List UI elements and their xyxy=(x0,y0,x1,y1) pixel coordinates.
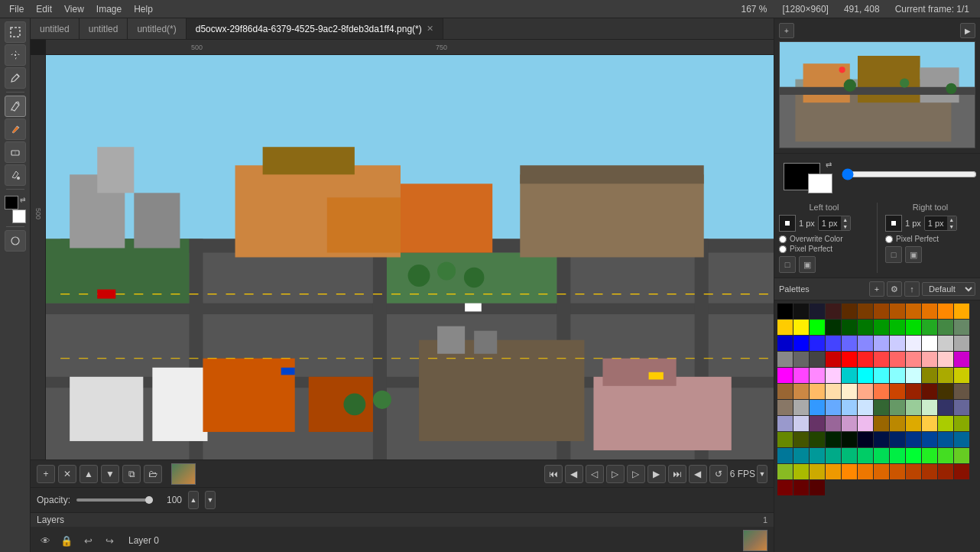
color-cell[interactable] xyxy=(793,464,809,479)
color-cell[interactable] xyxy=(793,448,809,463)
color-cell[interactable] xyxy=(793,400,809,415)
color-cell[interactable] xyxy=(938,352,953,367)
color-cell[interactable] xyxy=(793,416,809,431)
color-cell[interactable] xyxy=(858,352,873,367)
color-cell[interactable] xyxy=(858,432,873,447)
color-cell[interactable] xyxy=(938,448,953,463)
fps-down-btn[interactable]: ▼ xyxy=(757,465,767,483)
color-cell[interactable] xyxy=(793,320,809,335)
color-cell[interactable] xyxy=(906,464,921,479)
color-cell[interactable] xyxy=(793,480,809,495)
color-cell[interactable] xyxy=(826,384,841,399)
swap-colors-btn[interactable]: ⇄ xyxy=(20,196,26,203)
color-cell[interactable] xyxy=(922,384,937,399)
color-cell[interactable] xyxy=(858,336,873,351)
last-frame-btn[interactable]: ⏭ xyxy=(668,465,686,483)
tab-untitled-2[interactable]: untitled xyxy=(80,18,128,40)
color-cell[interactable] xyxy=(826,320,841,335)
color-cell[interactable] xyxy=(777,464,793,479)
canvas-viewport[interactable] xyxy=(46,55,774,459)
move-tool-btn[interactable] xyxy=(5,44,26,66)
color-cell[interactable] xyxy=(842,400,857,415)
color-cell[interactable] xyxy=(890,320,905,335)
color-cell[interactable] xyxy=(842,464,857,479)
color-cell[interactable] xyxy=(906,416,921,431)
color-cell[interactable] xyxy=(906,320,921,335)
color-cell[interactable] xyxy=(906,352,921,367)
color-cell[interactable] xyxy=(777,400,793,415)
save-frame-btn[interactable]: 🗁 xyxy=(144,465,162,483)
pencil-tool-btn[interactable] xyxy=(5,96,26,117)
color-cell[interactable] xyxy=(874,368,889,383)
menu-view[interactable]: View xyxy=(58,2,90,16)
color-cell[interactable] xyxy=(810,432,825,447)
color-cell[interactable] xyxy=(954,336,969,351)
right-shape-square[interactable]: □ xyxy=(885,246,902,263)
color-cell[interactable] xyxy=(922,368,937,383)
canvas-container[interactable]: 500 750 500 xyxy=(31,40,774,459)
color-cell[interactable] xyxy=(922,464,937,479)
color-cell[interactable] xyxy=(858,384,873,399)
color-cell[interactable] xyxy=(810,448,825,463)
next-frame-btn[interactable]: ▶ xyxy=(647,465,666,483)
color-cell[interactable] xyxy=(793,304,809,319)
color-cell[interactable] xyxy=(842,368,857,383)
color-cell[interactable] xyxy=(777,368,793,383)
color-cell[interactable] xyxy=(810,320,825,335)
color-cell[interactable] xyxy=(938,320,953,335)
selection-tool-btn[interactable] xyxy=(5,21,26,43)
right-pixel-perfect-radio[interactable] xyxy=(885,235,893,243)
opacity-up-btn[interactable]: ▲ xyxy=(188,491,199,509)
right-shape-circle[interactable]: ▣ xyxy=(905,246,922,263)
color-cell[interactable] xyxy=(858,448,873,463)
color-cell[interactable] xyxy=(874,464,889,479)
color-cell[interactable] xyxy=(938,400,953,415)
color-cell[interactable] xyxy=(842,352,857,367)
color-cell[interactable] xyxy=(954,464,969,479)
color-cell[interactable] xyxy=(810,368,825,383)
color-cell[interactable] xyxy=(842,304,857,319)
color-cell[interactable] xyxy=(826,448,841,463)
color-cell[interactable] xyxy=(890,384,905,399)
left-shape-square[interactable]: □ xyxy=(779,256,796,273)
color-cell[interactable] xyxy=(922,400,937,415)
color-cell[interactable] xyxy=(858,464,873,479)
palette-select[interactable]: Default Custom Material xyxy=(922,282,975,296)
color-cell[interactable] xyxy=(777,320,793,335)
reverse-btn[interactable]: ◀ xyxy=(689,465,707,483)
color-cell[interactable] xyxy=(810,464,825,479)
color-cell[interactable] xyxy=(810,336,825,351)
copy-frame-btn[interactable]: ⧉ xyxy=(122,465,141,483)
step-fwd-btn[interactable]: ▷ xyxy=(627,465,645,483)
color-cell[interactable] xyxy=(842,416,857,431)
color-cell[interactable] xyxy=(922,416,937,431)
color-cell[interactable] xyxy=(938,384,953,399)
color-cell[interactable] xyxy=(890,368,905,383)
color-cell[interactable] xyxy=(810,352,825,367)
color-cell[interactable] xyxy=(874,384,889,399)
color-cell[interactable] xyxy=(922,448,937,463)
color-cell[interactable] xyxy=(938,464,953,479)
color-cell[interactable] xyxy=(906,304,921,319)
menu-help[interactable]: Help xyxy=(128,2,159,16)
color-cell[interactable] xyxy=(938,304,953,319)
color-cell[interactable] xyxy=(793,368,809,383)
circle-tool-btn[interactable] xyxy=(5,230,26,252)
color-cell[interactable] xyxy=(842,320,857,335)
layer-undo-btn[interactable]: ↩ xyxy=(80,532,96,549)
color-cell[interactable] xyxy=(906,336,921,351)
color-cell[interactable] xyxy=(938,368,953,383)
palette-import-btn[interactable]: ↑ xyxy=(904,281,920,297)
color-cell[interactable] xyxy=(954,432,969,447)
background-color-swatch[interactable] xyxy=(808,174,832,193)
layer-redo-btn[interactable]: ↪ xyxy=(101,532,118,549)
color-cell[interactable] xyxy=(906,432,921,447)
color-cell[interactable] xyxy=(922,432,937,447)
color-cell[interactable] xyxy=(793,384,809,399)
color-cell[interactable] xyxy=(890,352,905,367)
color-cell[interactable] xyxy=(954,448,969,463)
color-cell[interactable] xyxy=(793,432,809,447)
swap-colors-icon[interactable]: ⇄ xyxy=(826,161,835,170)
add-frame-btn[interactable]: + xyxy=(37,465,55,483)
prev-frame-btn[interactable]: ◀ xyxy=(565,465,583,483)
